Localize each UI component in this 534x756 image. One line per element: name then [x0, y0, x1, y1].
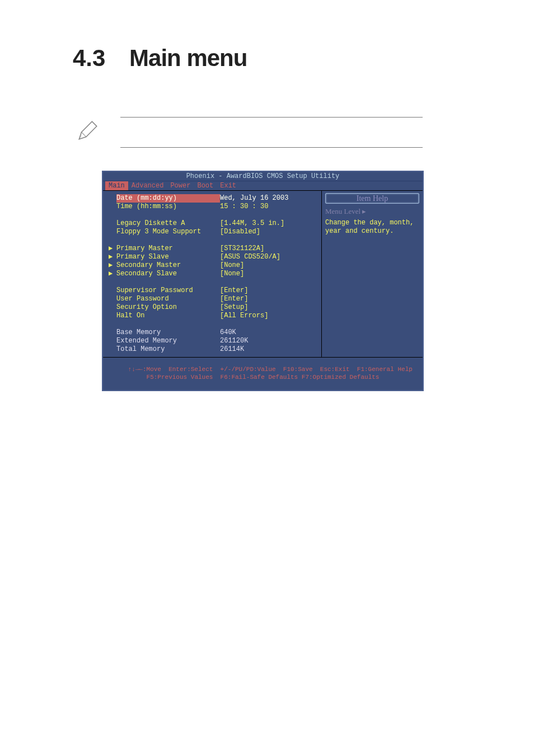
item-value: 261120K [220, 337, 248, 345]
item-label: Base Memory [116, 328, 220, 337]
help-title: Item Help [325, 193, 419, 204]
bios-item[interactable]: ▶ Primary Master[ST321122A] [109, 245, 317, 253]
bios-tabs[interactable]: MainAdvancedPowerBootExit [103, 181, 423, 191]
bios-item[interactable]: Floppy 3 Mode Support[Disabled] [109, 228, 317, 236]
bios-item[interactable]: Time (hh:mm:ss)15 : 30 : 30 [109, 203, 317, 211]
item-label: Date (mm:dd:yy) [116, 194, 220, 203]
bios-help-panel: Item Help Menu Level ▸ Change the day, m… [322, 191, 423, 357]
blank-row [109, 236, 317, 245]
submenu-arrow-icon: ▶ [109, 253, 116, 261]
section-number: 4.3 [73, 45, 105, 71]
item-label: Supervisor Password [116, 287, 220, 295]
submenu-arrow-icon: ▶ [109, 270, 116, 278]
tab-exit[interactable]: Exit [217, 181, 240, 190]
submenu-arrow-icon [109, 295, 116, 303]
bios-item[interactable]: Security Option[Setup] [109, 303, 317, 312]
tab-boot[interactable]: Boot [194, 181, 217, 190]
bios-title: Phoenix - AwardBIOS CMOS Setup Utility [103, 172, 423, 181]
blank-row [109, 211, 317, 219]
submenu-arrow-icon [109, 303, 116, 312]
bios-item[interactable]: ▶ Primary Slave[ASUS CDS520/A] [109, 253, 317, 261]
bios-item[interactable]: ▶ Secondary Slave[None] [109, 270, 317, 278]
blank-row [109, 320, 317, 328]
bios-item[interactable]: ▶ Secondary Master[None] [109, 261, 317, 270]
submenu-arrow-icon: ▶ [109, 261, 116, 270]
item-value: 640K [220, 328, 236, 337]
blank-row [109, 278, 317, 287]
submenu-arrow-icon [109, 203, 116, 211]
item-label: Time (hh:mm:ss) [116, 203, 220, 211]
footer-line1: ↑↓→←:Move Enter:Select +/-/PU/PD:Value F… [128, 366, 413, 373]
item-value: [None] [220, 261, 244, 270]
section-title: Main menu [129, 45, 247, 71]
item-label: Legacy Diskette A [116, 219, 220, 228]
bios-item[interactable]: User Password[Enter] [109, 295, 317, 303]
item-value: [Setup] [220, 303, 248, 312]
item-label: Secondary Master [116, 261, 220, 270]
bios-item[interactable]: Total Memory26114K [109, 345, 317, 354]
item-label: Extended Memory [116, 337, 220, 345]
item-label: Secondary Slave [116, 270, 220, 278]
item-label: Total Memory [116, 345, 220, 354]
item-value: [Disabled] [220, 228, 260, 236]
bios-item[interactable]: Extended Memory261120K [109, 337, 317, 345]
bios-item[interactable]: Legacy Diskette A[1.44M, 3.5 in.] [109, 219, 317, 228]
bios-main-panel[interactable]: Date (mm:dd:yy)Wed, July 16 2003 Time (h… [103, 191, 322, 357]
bios-item[interactable]: Halt On[All Errors] [109, 312, 317, 320]
tab-advanced[interactable]: Advanced [128, 181, 167, 190]
item-value: [Enter] [220, 295, 248, 303]
submenu-arrow-icon [109, 328, 116, 337]
item-value: Wed, July 16 2003 [220, 194, 288, 203]
note-box [120, 117, 423, 148]
tab-power[interactable]: Power [167, 181, 194, 190]
submenu-arrow-icon [109, 312, 116, 320]
item-value: [None] [220, 270, 244, 278]
bios-item[interactable]: Base Memory640K [109, 328, 317, 337]
item-label: Primary Master [116, 245, 220, 253]
bios-item[interactable]: Supervisor Password[Enter] [109, 287, 317, 295]
item-label: Security Option [116, 303, 220, 312]
item-value: [Enter] [220, 287, 248, 295]
submenu-arrow-icon [109, 194, 116, 203]
section-heading: 4.3 Main menu [73, 45, 436, 72]
item-value: [1.44M, 3.5 in.] [220, 219, 284, 228]
item-value: [ST321122A] [220, 245, 264, 253]
help-menu-level: Menu Level ▸ [325, 207, 419, 215]
item-label: Floppy 3 Mode Support [116, 228, 220, 236]
item-label: Primary Slave [116, 253, 220, 261]
item-value: 15 : 30 : 30 [220, 203, 268, 211]
pencil-icon [76, 119, 99, 143]
item-value: [All Errors] [220, 312, 268, 320]
bios-screen: Phoenix - AwardBIOS CMOS Setup Utility M… [102, 171, 424, 391]
submenu-arrow-icon [109, 228, 116, 236]
help-text: Change the day, month, year and century. [325, 219, 419, 236]
item-value: [ASUS CDS520/A] [220, 253, 280, 261]
submenu-arrow-icon [109, 219, 116, 228]
submenu-arrow-icon [109, 287, 116, 295]
bios-item[interactable]: Date (mm:dd:yy)Wed, July 16 2003 [109, 194, 317, 203]
item-label: User Password [116, 295, 220, 303]
item-value: 26114K [220, 345, 244, 354]
item-label: Halt On [116, 312, 220, 320]
footer-line2: F5:Previous Values F6:Fail-Safe Defaults… [147, 374, 380, 381]
submenu-arrow-icon [109, 337, 116, 345]
bios-footer: ↑↓→←:Move Enter:Select +/-/PU/PD:Value F… [103, 357, 423, 390]
submenu-arrow-icon [109, 345, 116, 354]
submenu-arrow-icon: ▶ [109, 245, 116, 253]
tab-main[interactable]: Main [105, 181, 128, 190]
